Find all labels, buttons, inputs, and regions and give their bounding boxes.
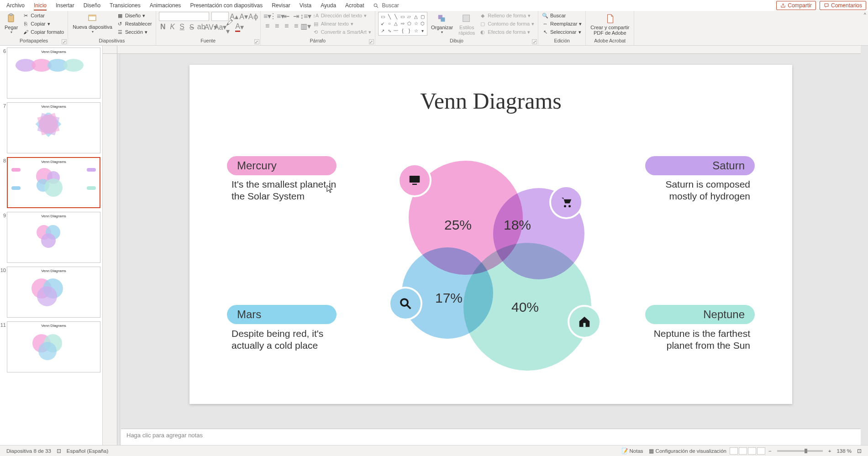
- slide-counter[interactable]: Diapositiva 8 de 33: [4, 448, 54, 454]
- font-color-button[interactable]: A▾: [236, 23, 244, 31]
- shapes-gallery[interactable]: ▭╲╲▭▱△▢ ↙○△⇨⬠☆⬡ ↗∿〰{}☆▾: [378, 12, 427, 36]
- percent-40[interactable]: 40%: [511, 299, 539, 315]
- search-box[interactable]: Buscar: [373, 2, 399, 9]
- reset-button[interactable]: ↺Restablecer: [116, 20, 153, 27]
- display-config-button[interactable]: ▦ Configuración de visualización: [646, 448, 729, 454]
- accessibility-button[interactable]: ⊡: [54, 448, 64, 454]
- normal-view-button[interactable]: [730, 447, 738, 455]
- zoom-out-button[interactable]: −: [766, 448, 774, 454]
- case-button[interactable]: Aa▾: [216, 23, 225, 31]
- slide-canvas[interactable]: Venn Diagrams Mercury It's the smallest …: [121, 54, 861, 445]
- horizontal-ruler[interactable]: [117, 46, 861, 54]
- smartart-button[interactable]: ⟲Convertir a SmartArt ▾: [312, 28, 372, 36]
- desc-mars[interactable]: Despite being red, it's actually a cold …: [231, 328, 341, 352]
- format-painter-button[interactable]: 🖌Copiar formato: [21, 28, 65, 36]
- thumbnail-pane[interactable]: 6Venn Diagrams 7Venn Diagrams 8Venn Diag…: [0, 46, 103, 445]
- thumbnail-6[interactable]: 6Venn Diagrams: [0, 47, 100, 99]
- increase-indent-button[interactable]: ⇥: [292, 12, 300, 20]
- decrease-font-button[interactable]: A▾: [240, 12, 248, 21]
- replace-button[interactable]: ↔Reemplazar ▾: [541, 20, 583, 27]
- columns-button[interactable]: ▥▾: [302, 22, 310, 30]
- house-icon[interactable]: [569, 307, 600, 337]
- highlight-button[interactable]: 🖍▾: [226, 23, 234, 31]
- vertical-ruler[interactable]: [103, 54, 117, 445]
- notes-pane[interactable]: Haga clic para agregar notas: [121, 429, 861, 445]
- language-button[interactable]: Español (España): [64, 448, 111, 454]
- line-spacing-button[interactable]: ↕≡▾: [302, 12, 310, 20]
- quick-styles-button[interactable]: Estilosrápidos: [457, 12, 477, 37]
- thumbnail-8[interactable]: 8Venn Diagrams ⠀⠀ ⠀⠀ ⠀⠀ ⠀⠀: [0, 157, 100, 208]
- justify-button[interactable]: ≡: [292, 22, 300, 30]
- align-left-button[interactable]: ≡: [263, 22, 272, 30]
- thumbnail-10[interactable]: 10Venn Diagrams: [0, 267, 100, 318]
- desc-saturn[interactable]: Saturn is composed mostly of hydrogen: [641, 178, 750, 203]
- magnifier-icon[interactable]: [390, 288, 421, 319]
- align-right-button[interactable]: ≡: [283, 22, 291, 30]
- pane-splitter[interactable]: [117, 54, 120, 445]
- text-direction-button[interactable]: ↕ADirección del texto ▾: [312, 12, 372, 19]
- font-name-combo[interactable]: [159, 12, 209, 21]
- thumbnail-11[interactable]: 11Venn Diagrams: [0, 321, 100, 372]
- align-text-button[interactable]: ▤Alinear texto ▾: [312, 20, 372, 27]
- cart-icon[interactable]: [551, 187, 581, 217]
- tab-diseno[interactable]: Diseño: [79, 0, 105, 10]
- strike-button[interactable]: S̶: [188, 23, 196, 31]
- notes-button[interactable]: 📝 Notas: [619, 448, 646, 454]
- percent-18[interactable]: 18%: [504, 217, 531, 233]
- bold-button[interactable]: N: [159, 23, 167, 31]
- label-neptune[interactable]: Neptune: [645, 305, 755, 324]
- label-saturn[interactable]: Saturn: [645, 156, 755, 175]
- font-dialog-launcher[interactable]: ⤢: [254, 39, 259, 44]
- fit-window-button[interactable]: ⊡: [854, 448, 864, 454]
- zoom-level[interactable]: 138 %: [834, 448, 854, 454]
- layout-button[interactable]: ▦Diseño ▾: [116, 12, 153, 19]
- paragraph-dialog-launcher[interactable]: ⤢: [369, 39, 374, 44]
- section-button[interactable]: ☰Sección ▾: [116, 28, 153, 36]
- tab-animaciones[interactable]: Animaciones: [145, 0, 186, 10]
- slide[interactable]: Venn Diagrams Mercury It's the smallest …: [189, 65, 792, 404]
- find-button[interactable]: 🔍Buscar: [541, 12, 583, 19]
- tab-insertar[interactable]: Insertar: [51, 0, 79, 10]
- select-button[interactable]: ↖Seleccionar ▾: [541, 28, 583, 36]
- arrange-button[interactable]: Organizar▾: [429, 12, 455, 35]
- percent-25[interactable]: 25%: [444, 217, 472, 233]
- sorter-view-button[interactable]: [739, 447, 747, 455]
- collapse-ribbon-button[interactable]: ^: [864, 12, 866, 17]
- reading-view-button[interactable]: [748, 447, 756, 455]
- thumbnail-7[interactable]: 7Venn Diagrams: [0, 102, 100, 153]
- label-mars[interactable]: Mars: [227, 305, 337, 324]
- share-button[interactable]: Compartir: [776, 1, 816, 10]
- underline-button[interactable]: S: [178, 23, 186, 31]
- tab-archivo[interactable]: Archivo: [2, 0, 29, 10]
- paste-button[interactable]: Pegar ▾: [3, 12, 20, 35]
- tab-transiciones[interactable]: Transiciones: [105, 0, 145, 10]
- percent-17[interactable]: 17%: [435, 290, 463, 306]
- clear-format-button[interactable]: Aϕ: [249, 12, 258, 21]
- tab-revisar[interactable]: Revisar: [267, 0, 295, 10]
- desc-mercury[interactable]: It's the smallest planet in the Solar Sy…: [231, 178, 341, 203]
- copy-button[interactable]: ⎘Copiar ▾: [21, 20, 65, 27]
- slideshow-view-button[interactable]: [757, 447, 765, 455]
- decrease-indent-button[interactable]: ⇤: [283, 12, 291, 20]
- thumbnail-9[interactable]: 9Venn Diagrams: [0, 212, 100, 263]
- shape-fill-button[interactable]: ◆Relleno de forma ▾: [479, 12, 535, 19]
- label-mercury[interactable]: Mercury: [227, 156, 337, 175]
- tab-inicio[interactable]: Inicio: [29, 0, 51, 10]
- create-pdf-button[interactable]: Crear y compartir PDF de Adobe: [589, 12, 631, 37]
- tab-presentacion[interactable]: Presentación con diapositivas: [185, 0, 267, 10]
- cut-button[interactable]: ✂Cortar: [21, 12, 65, 19]
- shape-outline-button[interactable]: ▢Contorno de forma ▾: [479, 20, 535, 27]
- numbering-button[interactable]: ⋮≡▾: [273, 12, 281, 20]
- desc-neptune[interactable]: Neptune is the farthest planet from the …: [641, 328, 750, 352]
- slide-title[interactable]: Venn Diagrams: [189, 88, 792, 114]
- new-slide-button[interactable]: Nueva diapositiva ▾: [71, 12, 114, 35]
- tab-ayuda[interactable]: Ayuda: [316, 0, 341, 10]
- drawing-dialog-launcher[interactable]: ⤢: [532, 39, 537, 44]
- monitor-icon[interactable]: [400, 165, 430, 195]
- zoom-in-button[interactable]: +: [826, 448, 834, 454]
- venn-diagram[interactable]: 25% 18% 17% 40%: [381, 156, 600, 371]
- clipboard-dialog-launcher[interactable]: ⤢: [62, 39, 67, 44]
- italic-button[interactable]: K: [168, 23, 177, 31]
- tab-acrobat[interactable]: Acrobat: [341, 0, 368, 10]
- align-center-button[interactable]: ≡: [273, 22, 281, 30]
